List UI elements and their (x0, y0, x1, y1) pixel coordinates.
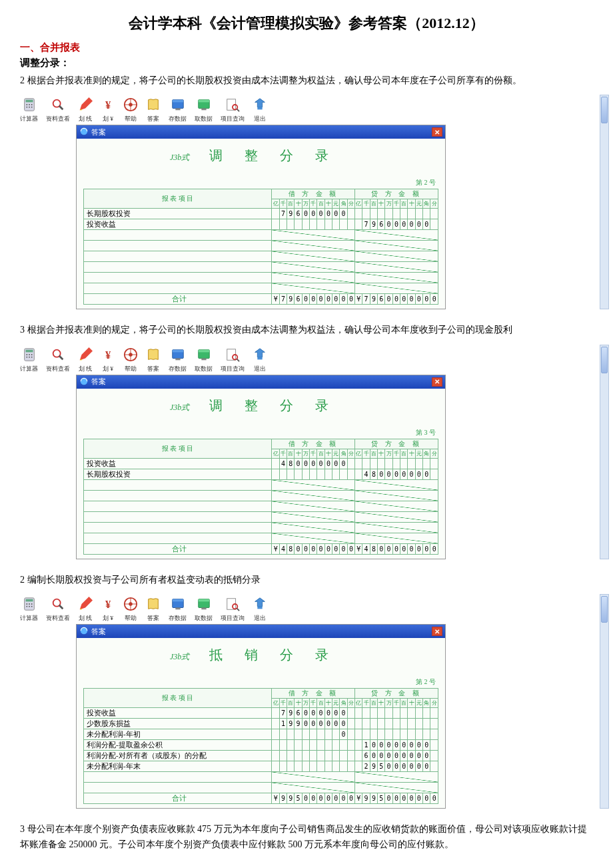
tool-find[interactable]: 项目查询 (221, 597, 245, 623)
scrollbar[interactable] (600, 95, 609, 309)
tool-label: 取数据 (195, 365, 213, 373)
tool-calc[interactable]: 计算器 (20, 97, 38, 123)
tool-label: 划 线 (79, 614, 92, 623)
search-icon (51, 97, 65, 113)
tool-help[interactable]: 帮助 (123, 97, 138, 123)
tool-yen[interactable]: ¥划 ¥ (101, 347, 115, 373)
tool-book[interactable]: 答案 (146, 97, 161, 123)
search-icon (51, 347, 65, 363)
ledger-table: 报 表 项 目借 方 金 额贷 方 金 额亿千百十万千百十元角分亿千百十万千百十… (83, 439, 438, 555)
tool-label: 存数据 (169, 115, 187, 123)
find-icon (225, 597, 240, 613)
search-icon (51, 597, 65, 613)
svg-rect-46 (201, 358, 206, 360)
tool-exit[interactable]: 退出 (253, 97, 267, 123)
tool-find[interactable]: 项目查询 (221, 97, 245, 123)
svg-rect-19 (198, 100, 209, 103)
ledger-item: 长期股权投资 (84, 209, 272, 219)
tool-book[interactable]: 答案 (146, 347, 161, 373)
tool-pencil[interactable]: 划 线 (78, 347, 93, 373)
tool-save[interactable]: 存数据 (169, 347, 187, 373)
close-button[interactable]: ✕ (432, 127, 442, 137)
tool-exit[interactable]: 退出 (253, 347, 267, 373)
tool-label: 划 ¥ (103, 614, 113, 623)
ledger-item: 长期股权投资 (84, 469, 272, 479)
book-icon (146, 347, 161, 363)
scroll-thumb[interactable] (601, 596, 608, 623)
window-title: 答案 (91, 377, 106, 387)
tool-help[interactable]: 帮助 (123, 597, 138, 623)
ledger-item: 利润分配-提取盈余公积 (84, 740, 272, 751)
scrollbar[interactable] (600, 594, 609, 809)
tool-save[interactable]: 存数据 (169, 597, 187, 623)
svg-point-3 (29, 104, 30, 105)
app-window: 答案✕J3b式调 整 分 录第 3 号报 表 项 目借 方 金 额贷 方 金 额… (76, 375, 446, 559)
ledger-table: 报 表 项 目借 方 金 额贷 方 金 额亿千百十万千百十元角分亿千百十万千百十… (83, 688, 438, 804)
form-code: J3b式 (170, 152, 189, 163)
window-titlebar: 答案✕ (77, 375, 445, 389)
window-titlebar: 答案✕ (77, 125, 445, 139)
tool-search[interactable]: 资料查看 (46, 597, 70, 623)
tool-calc[interactable]: 计算器 (20, 347, 38, 373)
scroll-thumb[interactable] (601, 347, 608, 373)
page-title: 会计学本科《会计管理模拟实验》参考答案（2012.12） (20, 13, 593, 33)
window-title: 答案 (91, 127, 106, 137)
svg-rect-1 (25, 100, 33, 103)
tool-search[interactable]: 资料查看 (46, 347, 70, 373)
tool-load[interactable]: 取数据 (195, 597, 213, 623)
pencil-icon (78, 97, 93, 113)
save-icon (171, 97, 185, 113)
tool-label: 划 线 (79, 365, 92, 373)
tool-load[interactable]: 取数据 (195, 347, 213, 373)
adjust-entries-label: 调整分录： (20, 57, 593, 69)
tool-help[interactable]: 帮助 (123, 347, 138, 373)
yen-icon: ¥ (101, 597, 115, 613)
paragraph-offset-2: 2 编制长期股权投资与子公司所有者权益变动表的抵销分录 (20, 573, 593, 587)
tool-yen[interactable]: ¥划 ¥ (101, 597, 115, 623)
ledger-item: 投资收益 (84, 219, 272, 230)
tool-pencil[interactable]: 划 线 (78, 597, 93, 623)
calc-icon (22, 97, 37, 113)
svg-point-57 (26, 606, 27, 607)
tool-save[interactable]: 存数据 (169, 97, 187, 123)
tool-load[interactable]: 取数据 (195, 97, 213, 123)
ledger-item: 投资收益 (84, 458, 272, 469)
svg-line-9 (59, 106, 63, 110)
tool-label: 帮助 (125, 614, 137, 623)
help-icon (123, 347, 138, 363)
tool-calc[interactable]: 计算器 (20, 597, 38, 623)
tool-label: 取数据 (195, 115, 213, 123)
svg-point-2 (26, 104, 27, 105)
close-button[interactable]: ✕ (432, 627, 442, 636)
svg-point-33 (31, 357, 32, 358)
load-icon (197, 347, 211, 363)
tool-pencil[interactable]: 划 线 (78, 97, 93, 123)
scrollbar[interactable] (600, 345, 609, 559)
app-window: 答案✕J3b式抵 销 分 录第 2 号报 表 项 目借 方 金 额贷 方 金 额… (76, 624, 446, 809)
tool-book[interactable]: 答案 (146, 597, 161, 623)
scroll-thumb[interactable] (601, 97, 608, 123)
ie-icon (79, 626, 89, 637)
tool-label: 退出 (254, 614, 266, 623)
tool-yen[interactable]: ¥划 ¥ (101, 97, 115, 123)
close-button[interactable]: ✕ (432, 377, 442, 387)
pencil-icon (78, 597, 93, 613)
svg-line-49 (237, 359, 239, 361)
svg-rect-20 (201, 109, 206, 111)
tool-label: 帮助 (125, 115, 137, 123)
tool-label: 项目查询 (221, 365, 245, 373)
book-icon (146, 97, 161, 113)
tool-exit[interactable]: 退出 (253, 597, 267, 623)
tool-label: 答案 (147, 365, 159, 373)
tool-find[interactable]: 项目查询 (221, 347, 245, 373)
total-label: 合计 (84, 294, 272, 305)
svg-rect-43 (175, 358, 180, 360)
svg-line-75 (237, 609, 239, 611)
tool-search[interactable]: 资料查看 (46, 97, 70, 123)
svg-rect-71 (198, 599, 209, 602)
svg-point-28 (26, 354, 27, 355)
svg-point-30 (31, 354, 32, 355)
tool-label: 取数据 (195, 614, 213, 623)
tool-label: 答案 (147, 614, 159, 623)
svg-point-4 (31, 104, 32, 105)
